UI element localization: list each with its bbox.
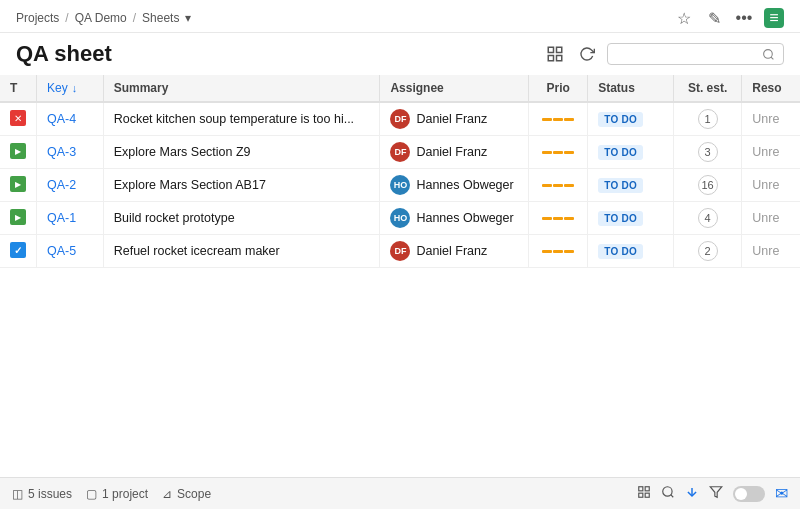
search-box[interactable] (607, 43, 784, 65)
cell-reso: Unre (742, 235, 800, 268)
header-actions: ☆ ✎ ••• ≡ (674, 8, 784, 28)
issues-icon: ◫ (12, 487, 23, 501)
cell-type (0, 169, 37, 202)
status-badge: TO DO (598, 112, 643, 127)
title-row: QA sheet (0, 33, 800, 75)
star-icon[interactable]: ☆ (674, 8, 694, 28)
cell-key[interactable]: QA-1 (37, 202, 104, 235)
status-badge: TO DO (598, 178, 643, 193)
col-header-assignee[interactable]: Assignee (380, 75, 529, 102)
edit-icon[interactable]: ✎ (704, 8, 724, 28)
breadcrumb-sheets[interactable]: Sheets (142, 11, 179, 25)
toolbar (543, 42, 784, 66)
cell-reso: Unre (742, 136, 800, 169)
search-input[interactable] (616, 47, 756, 61)
cell-status: TO DO (588, 235, 674, 268)
prio-medium-icon (539, 184, 577, 187)
svg-rect-7 (645, 487, 649, 491)
breadcrumb: Projects / QA Demo / Sheets ▾ (16, 11, 191, 25)
col-header-st-est[interactable]: St. est. (673, 75, 741, 102)
table-row[interactable]: QA-3 Explore Mars Section Z9 DF Daniel F… (0, 136, 800, 169)
header: Projects / QA Demo / Sheets ▾ ☆ ✎ ••• ≡ (0, 0, 800, 33)
col-header-reso[interactable]: Reso (742, 75, 800, 102)
prio-medium-icon (539, 250, 577, 253)
type-story-icon (10, 209, 26, 225)
breadcrumb-projects[interactable]: Projects (16, 11, 59, 25)
cell-key[interactable]: QA-3 (37, 136, 104, 169)
cell-key[interactable]: QA-2 (37, 169, 104, 202)
table-row[interactable]: QA-4 Rocket kitchen soup temperature is … (0, 102, 800, 136)
col-header-key[interactable]: Key ↓ (37, 75, 104, 102)
cell-status: TO DO (588, 136, 674, 169)
cell-prio (529, 136, 588, 169)
toggle-switch[interactable] (733, 486, 765, 502)
cell-key[interactable]: QA-5 (37, 235, 104, 268)
prio-medium-icon (539, 118, 577, 121)
svg-rect-2 (557, 56, 562, 61)
est-number: 3 (698, 142, 718, 162)
projects-count: 1 project (102, 487, 148, 501)
filter-icon[interactable] (543, 42, 567, 66)
cell-status: TO DO (588, 102, 674, 136)
footer-mail-icon[interactable]: ✉ (775, 484, 788, 503)
col-header-prio[interactable]: Prio (529, 75, 588, 102)
cell-key[interactable]: QA-4 (37, 102, 104, 136)
footer-scope[interactable]: ⊿ Scope (162, 487, 211, 501)
table-row[interactable]: QA-5 Refuel rocket icecream maker DF Dan… (0, 235, 800, 268)
refresh-icon[interactable] (575, 42, 599, 66)
cell-status: TO DO (588, 169, 674, 202)
type-bug-icon (10, 110, 26, 126)
table-wrapper: T Key ↓ Summary Assignee Prio Status St.… (0, 75, 800, 268)
col-header-t[interactable]: T (0, 75, 37, 102)
status-badge: TO DO (598, 211, 643, 226)
footer-issues: ◫ 5 issues (12, 487, 72, 501)
type-task-icon (10, 242, 26, 258)
cell-summary: Explore Mars Section Z9 (103, 136, 380, 169)
menu-icon[interactable]: ≡ (764, 8, 784, 28)
footer-filter-icon[interactable] (637, 485, 651, 502)
footer-sort-icon[interactable] (685, 485, 699, 502)
cell-type (0, 136, 37, 169)
footer-projects: ▢ 1 project (86, 487, 148, 501)
cell-prio (529, 169, 588, 202)
est-number: 2 (698, 241, 718, 261)
assignee-name: Daniel Franz (416, 244, 487, 258)
cell-type (0, 235, 37, 268)
assignee-name: Daniel Franz (416, 145, 487, 159)
svg-rect-9 (639, 493, 643, 497)
type-story-icon (10, 176, 26, 192)
search-icon (762, 48, 775, 61)
scope-icon: ⊿ (162, 487, 172, 501)
footer-search-icon[interactable] (661, 485, 675, 502)
cell-st-est: 4 (673, 202, 741, 235)
cell-assignee: HO Hannes Obweger (380, 169, 529, 202)
cell-prio (529, 235, 588, 268)
col-header-status[interactable]: Status (588, 75, 674, 102)
table-row[interactable]: QA-2 Explore Mars Section AB17 HO Hannes… (0, 169, 800, 202)
avatar: DF (390, 109, 410, 129)
project-icon: ▢ (86, 487, 97, 501)
more-icon[interactable]: ••• (734, 8, 754, 28)
cell-st-est: 2 (673, 235, 741, 268)
col-header-summary[interactable]: Summary (103, 75, 380, 102)
cell-status: TO DO (588, 202, 674, 235)
cell-summary: Build rocket prototype (103, 202, 380, 235)
sort-arrow-key: ↓ (72, 82, 78, 94)
cell-reso: Unre (742, 102, 800, 136)
cell-type (0, 102, 37, 136)
breadcrumb-sep1: / (65, 11, 68, 25)
cell-assignee: DF Daniel Franz (380, 102, 529, 136)
breadcrumb-qa-demo[interactable]: QA Demo (75, 11, 127, 25)
status-badge: TO DO (598, 244, 643, 259)
footer: ◫ 5 issues ▢ 1 project ⊿ Scope ✉ (0, 477, 800, 509)
sheets-dropdown-icon[interactable]: ▾ (185, 11, 191, 25)
table-row[interactable]: QA-1 Build rocket prototype HO Hannes Ob… (0, 202, 800, 235)
avatar: DF (390, 241, 410, 261)
table-header-row: T Key ↓ Summary Assignee Prio Status St.… (0, 75, 800, 102)
issues-table: T Key ↓ Summary Assignee Prio Status St.… (0, 75, 800, 268)
footer-left: ◫ 5 issues ▢ 1 project ⊿ Scope (12, 487, 211, 501)
svg-point-10 (663, 487, 672, 496)
footer-funnel-icon[interactable] (709, 485, 723, 502)
breadcrumb-sep2: / (133, 11, 136, 25)
cell-summary: Explore Mars Section AB17 (103, 169, 380, 202)
